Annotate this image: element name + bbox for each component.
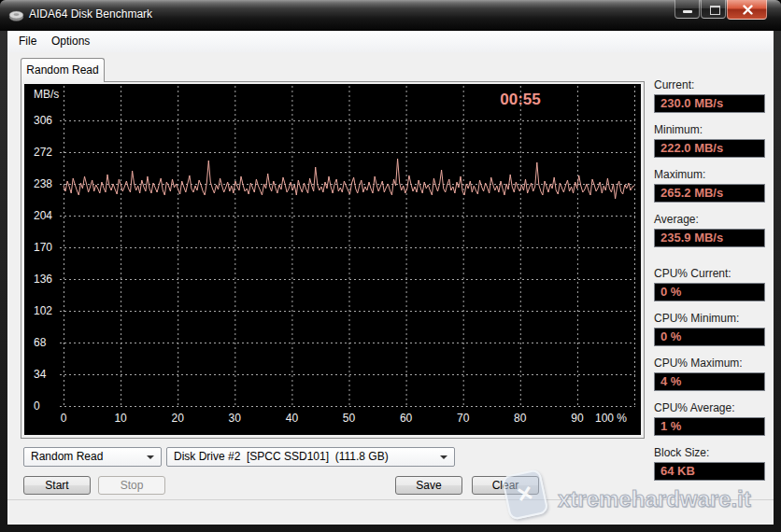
chart-plot bbox=[24, 84, 641, 435]
y-tick-label: 238 bbox=[34, 177, 52, 190]
x-tick-label: 60 bbox=[378, 412, 434, 425]
y-tick-label: 306 bbox=[34, 114, 52, 127]
stat-value-cpu-maximum: 4 % bbox=[654, 372, 765, 391]
xtremehardware-logo-icon: ✕ bbox=[501, 469, 548, 521]
maximize-button[interactable] bbox=[701, 0, 726, 19]
speed-series-line bbox=[64, 159, 634, 199]
start-button[interactable]: Start bbox=[23, 476, 91, 495]
y-tick-label: 68 bbox=[34, 336, 46, 349]
stat-label-cpu-current: CPU% Current: bbox=[654, 267, 731, 280]
chevron-down-icon bbox=[147, 455, 154, 459]
stat-label-maximum: Maximum: bbox=[654, 168, 705, 181]
app-window: AIDA64 Disk Benchmark File Options Rando… bbox=[0, 0, 781, 532]
x-tick-label: 40 bbox=[263, 412, 320, 425]
watermark: ✕ xtremehardware.it bbox=[498, 465, 774, 525]
stat-value-cpu-current: 0 % bbox=[654, 283, 765, 301]
y-tick-label: 0 bbox=[34, 399, 40, 413]
x-tick-label: 30 bbox=[206, 412, 263, 425]
stat-label-block-size: Block Size: bbox=[654, 446, 709, 459]
x-tick-label: 80 bbox=[492, 412, 548, 425]
chevron-down-icon bbox=[440, 455, 447, 459]
stat-label-average: Average: bbox=[654, 213, 699, 226]
x-tick-label: 0 bbox=[36, 412, 92, 425]
window-title: AIDA64 Disk Benchmark bbox=[29, 7, 152, 21]
stat-value-current: 230.0 MB/s bbox=[654, 94, 765, 113]
menu-options[interactable]: Options bbox=[51, 35, 90, 48]
stat-label-cpu-maximum: CPU% Maximum: bbox=[654, 357, 743, 370]
drive-select-value: Disk Drive #2 [SPCC SSD101] (111.8 GB) bbox=[174, 450, 389, 463]
menu-bar: File Options bbox=[7, 31, 774, 52]
client-area: File Options Random Read MB/s 00:55 3062… bbox=[7, 31, 774, 525]
close-button[interactable] bbox=[727, 0, 767, 20]
stat-value-average: 235.9 MB/s bbox=[654, 229, 765, 247]
x-tick-label: 20 bbox=[149, 412, 206, 425]
drive-select[interactable]: Disk Drive #2 [SPCC SSD101] (111.8 GB) bbox=[166, 447, 455, 467]
close-icon bbox=[743, 5, 753, 15]
y-tick-label: 34 bbox=[34, 368, 46, 381]
stat-value-maximum: 265.2 MB/s bbox=[654, 184, 765, 203]
benchmark-type-select[interactable]: Random Read bbox=[23, 447, 162, 467]
stat-value-minimum: 222.0 MB/s bbox=[654, 139, 765, 158]
y-tick-label: 170 bbox=[34, 241, 52, 254]
save-button[interactable]: Save bbox=[395, 476, 462, 495]
x-tick-label: 50 bbox=[321, 412, 377, 425]
benchmark-type-value: Random Read bbox=[31, 450, 103, 463]
x-tick-label: 10 bbox=[92, 412, 149, 425]
tab-random-read[interactable]: Random Read bbox=[21, 58, 105, 82]
minimize-icon bbox=[683, 10, 692, 13]
y-tick-label: 272 bbox=[34, 146, 52, 159]
y-tick-label: 136 bbox=[34, 273, 52, 286]
stat-label-current: Current: bbox=[654, 78, 694, 91]
stat-label-cpu-average: CPU% Average: bbox=[654, 401, 735, 414]
watermark-text: xtremehardware.it bbox=[558, 486, 751, 512]
stat-value-cpu-average: 1 % bbox=[654, 417, 765, 436]
app-icon bbox=[8, 7, 24, 23]
benchmark-chart: MB/s 00:55 30627223820417013610268340010… bbox=[24, 84, 641, 435]
stat-label-cpu-minimum: CPU% Minimum: bbox=[654, 312, 739, 325]
x-tick-label: 70 bbox=[435, 412, 491, 425]
stat-label-minimum: Minimum: bbox=[654, 123, 703, 136]
stop-button[interactable]: Stop bbox=[98, 476, 165, 495]
menu-file[interactable]: File bbox=[19, 35, 36, 48]
y-axis-unit: MB/s bbox=[34, 88, 59, 101]
maximize-icon bbox=[710, 6, 720, 15]
minimize-button[interactable] bbox=[674, 0, 700, 19]
x-tick-label: 100 % bbox=[583, 412, 639, 425]
title-bar[interactable]: AIDA64 Disk Benchmark bbox=[0, 0, 781, 31]
stat-value-cpu-minimum: 0 % bbox=[654, 328, 765, 346]
elapsed-time: 00:55 bbox=[478, 91, 562, 109]
chart-panel: MB/s 00:55 30627223820417013610268340010… bbox=[21, 81, 645, 439]
y-tick-label: 204 bbox=[34, 209, 52, 222]
y-tick-label: 102 bbox=[34, 304, 52, 317]
